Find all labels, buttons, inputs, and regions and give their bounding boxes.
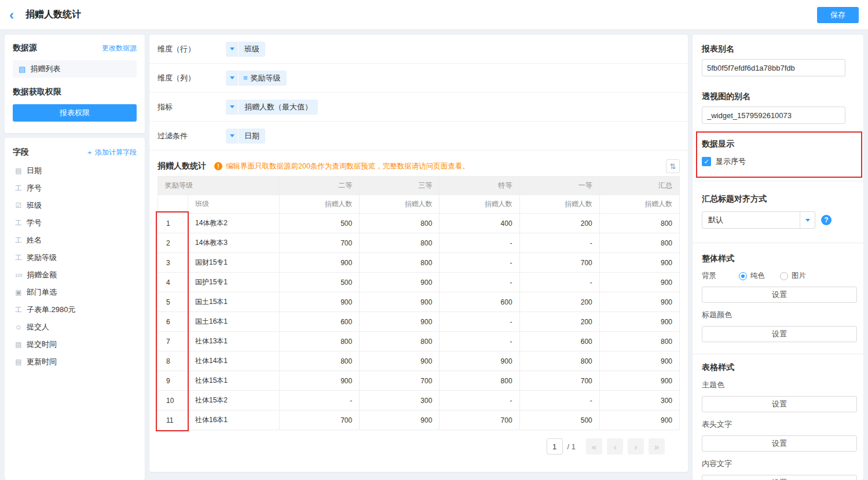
value-cell: - xyxy=(440,391,519,411)
field-label: 日期 xyxy=(27,166,42,176)
radio-checked-icon[interactable] xyxy=(739,272,747,280)
tag-label: 班级 xyxy=(239,44,265,54)
value-cell: 700 xyxy=(280,411,360,430)
field-item[interactable]: ☑班级 xyxy=(13,197,137,214)
calendar-icon: ▤ xyxy=(13,358,24,366)
theme-color-settings-button[interactable]: 设置 xyxy=(702,396,857,412)
dimension-col-tag[interactable]: ≡ 奖励等级 xyxy=(226,71,287,86)
field-item[interactable]: ▤更新时间 xyxy=(13,353,137,371)
table-row: 10社体15本2-300--300 xyxy=(158,391,680,411)
chevron-down-icon[interactable] xyxy=(226,42,239,57)
metric-tag[interactable]: 捐赠人数（最大值） xyxy=(226,100,318,115)
field-item[interactable]: 工子表单.2980元 xyxy=(13,301,137,318)
field-item[interactable]: ▤日期 xyxy=(13,162,137,179)
chevron-down-icon[interactable] xyxy=(226,100,239,115)
change-datasource-link[interactable]: 更改数据源 xyxy=(102,43,137,53)
field-label: 班级 xyxy=(27,200,42,211)
group-header-cell: 三等 xyxy=(360,177,440,195)
first-page-button[interactable]: « xyxy=(586,438,602,455)
field-item[interactable]: 工学号 xyxy=(13,214,137,232)
preview-table: 奖励等级 二等 三等 特等 一等 汇总 班级 捐赠人数 捐赠人数 捐赠人数 捐赠… xyxy=(158,176,680,430)
chevron-down-icon[interactable] xyxy=(800,212,815,228)
field-item[interactable]: 工姓名 xyxy=(13,232,137,249)
value-cell: 600 xyxy=(440,292,519,312)
row-index-cell: 5 xyxy=(158,292,188,312)
value-cell: 800 xyxy=(519,351,599,371)
show-index-checkbox-row[interactable]: ✓ 显示序号 xyxy=(702,156,854,167)
chevron-down-icon[interactable] xyxy=(226,129,239,144)
value-cell: 700 xyxy=(440,411,519,430)
sub-header-cell: 捐赠人数 xyxy=(440,195,519,214)
field-item[interactable]: 工序号 xyxy=(13,179,137,197)
row-index-cell: 1 xyxy=(158,214,188,233)
bg-solid-label: 纯色 xyxy=(750,271,765,281)
help-icon[interactable]: ? xyxy=(821,215,832,225)
background-settings-button[interactable]: 设置 xyxy=(702,287,857,303)
last-page-button[interactable]: » xyxy=(649,438,665,455)
last-page-icon: » xyxy=(654,442,659,452)
chevron-down-icon[interactable] xyxy=(226,71,239,86)
field-label: 提交时间 xyxy=(27,339,57,350)
value-cell: 700 xyxy=(360,371,440,391)
table-style-label: 表格样式 xyxy=(702,362,854,373)
value-cell: 800 xyxy=(360,332,440,351)
group-header-cell: 奖励等级 xyxy=(158,177,280,195)
value-cell: 500 xyxy=(280,214,360,233)
number-icon: 123 xyxy=(13,273,24,278)
field-item[interactable]: ☺提交人 xyxy=(13,318,137,336)
value-cell: 800 xyxy=(360,214,440,233)
datasource-title: 数据源 xyxy=(13,43,37,53)
sort-toggle-button[interactable]: ⇅ xyxy=(666,159,680,173)
dimension-row-tag[interactable]: 班级 xyxy=(226,42,265,57)
divider xyxy=(693,243,863,243)
radio-unchecked-icon[interactable] xyxy=(780,272,788,280)
save-button[interactable]: 保存 xyxy=(817,7,859,23)
filter-label: 过滤条件 xyxy=(158,131,226,141)
pivot-alias-input[interactable] xyxy=(702,107,845,124)
add-calc-field-link[interactable]: ＋ 添加计算字段 xyxy=(86,148,137,157)
checkbox-checked-icon[interactable]: ✓ xyxy=(702,157,711,166)
field-label: 序号 xyxy=(27,183,42,193)
bg-image-radio[interactable]: 图片 xyxy=(780,271,806,281)
field-item[interactable]: ▤提交时间 xyxy=(13,336,137,353)
group-header-cell: 特等 xyxy=(440,177,519,195)
page-number-box[interactable]: 1 xyxy=(547,438,563,455)
datasource-panel: 数据源 更改数据源 ▤ 捐赠列表 数据获取权限 报表权限 xyxy=(5,35,145,133)
report-permission-button[interactable]: 报表权限 xyxy=(13,104,137,122)
field-item[interactable]: 123捐赠金额 xyxy=(13,266,137,284)
permission-title: 数据获取权限 xyxy=(13,87,137,97)
row-index-cell: 9 xyxy=(158,371,188,391)
dimension-row-label: 维度（行） xyxy=(158,44,226,54)
next-page-icon: › xyxy=(635,442,638,452)
class-name-cell: 社体16本1 xyxy=(188,411,280,430)
prev-page-button[interactable]: ‹ xyxy=(607,438,623,455)
bg-solid-radio[interactable]: 纯色 xyxy=(739,271,765,281)
value-cell: 900 xyxy=(599,371,679,391)
datasource-item[interactable]: ▤ 捐赠列表 xyxy=(13,60,137,78)
back-icon[interactable]: ‹ xyxy=(9,8,22,22)
filter-tag[interactable]: 日期 xyxy=(226,129,265,144)
next-page-button[interactable]: › xyxy=(628,438,644,455)
table-row: 6国土16本1600900-200900 xyxy=(158,312,680,332)
title-color-settings-button[interactable]: 设置 xyxy=(702,326,857,342)
field-item[interactable]: 工奖励等级 xyxy=(13,249,137,266)
text-icon: 工 xyxy=(13,218,24,228)
summary-align-select[interactable]: 默认 xyxy=(702,211,815,229)
table-row: 8社体14本1800900900800900 xyxy=(158,351,680,371)
value-cell: 300 xyxy=(360,391,440,411)
metric-config: 指标 捐赠人数（最大值） xyxy=(149,93,688,122)
dimension-row-config: 维度（行） 班级 xyxy=(149,35,688,64)
report-alias-input[interactable] xyxy=(702,59,845,76)
field-item[interactable]: ▣部门单选 xyxy=(13,284,137,301)
class-name-cell: 社体15本2 xyxy=(188,391,280,411)
header-text-settings-button[interactable]: 设置 xyxy=(702,435,857,452)
table-row: 5国土15本1900900600200900 xyxy=(158,292,680,312)
value-cell: 900 xyxy=(599,273,679,292)
pagination: 1 / 1 « ‹ › » xyxy=(158,438,680,455)
preview-title: 捐赠人数统计 xyxy=(158,161,206,171)
table-row: 3国财15专1900800-700900 xyxy=(158,253,680,273)
content-text-settings-button[interactable]: 设置 xyxy=(702,475,857,480)
field-list: ▤日期工序号☑班级工学号工姓名工奖励等级123捐赠金额▣部门单选工子表单.298… xyxy=(13,162,137,371)
sub-header-cell: 捐赠人数 xyxy=(599,195,679,214)
row-index-cell: 7 xyxy=(158,332,188,351)
